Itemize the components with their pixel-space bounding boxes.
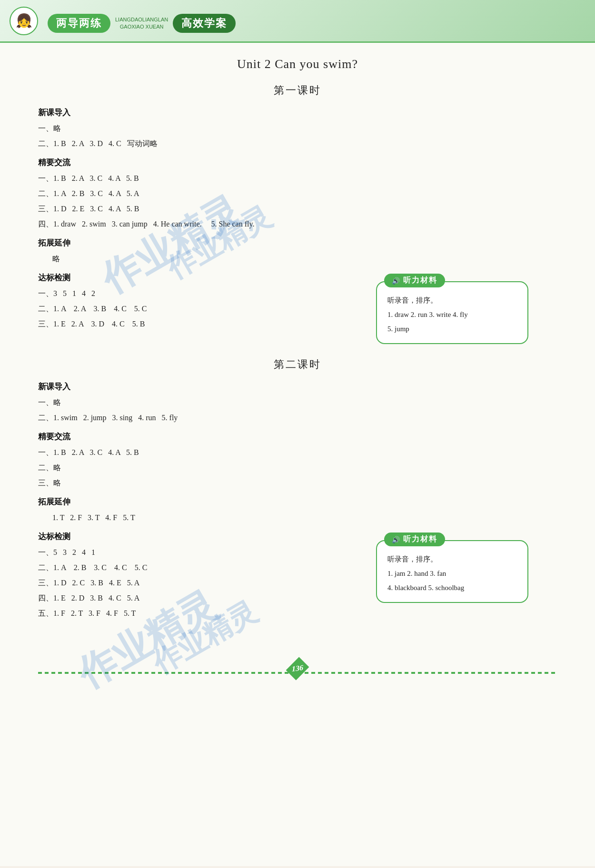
s2-sub2-line1: 一、1. B 2. A 3. C 4. A 5. B: [38, 445, 557, 460]
badge2: 高效学案: [173, 14, 236, 33]
s2-sub3-label: 拓展延伸: [38, 496, 557, 507]
footer: 136: [38, 654, 557, 682]
section1-title: 第一课时: [38, 83, 557, 98]
s2-sub3-line1: 1. T 2. F 3. T 4. F 5. T: [52, 510, 557, 525]
listening-box-1: 听力材料 听录音，排序。 1. draw 2. run 3. write 4. …: [376, 281, 528, 344]
s2-sub2-line3: 三、略: [38, 475, 557, 491]
s2-sub4-line5: 五、1. F 2. T 3. F 4. F 5. T: [38, 606, 557, 621]
page-number: 136: [291, 663, 304, 674]
s1-sub3-label: 拓展延伸: [38, 237, 557, 248]
s2-sub1-label: 新课导入: [38, 381, 557, 392]
s1-sub2-line3: 三、1. D 2. E 3. C 4. A 5. B: [38, 201, 557, 217]
s1-sub2-line1: 一、1. B 2. A 3. C 4. A 5. B: [38, 171, 557, 186]
header-titles: 两导两练 LIANGDAOLIANGLAN GAOXIAO XUEAN 高效学案: [48, 14, 236, 33]
s2-sub1-line2: 二、1. swim 2. jump 3. sing 4. run 5. fly: [38, 410, 557, 425]
s2-sub1-line1: 一、略: [38, 395, 557, 410]
s1-sub2-label: 精要交流: [38, 157, 557, 168]
s1-sub1-line2: 二、1. B 2. A 3. D 4. C 写动词略: [38, 136, 557, 151]
sub1: LIANGDAOLIANGLAN GAOXIAO XUEAN: [115, 16, 168, 30]
s1-sub2-line2: 二、1. A 2. B 3. C 4. A 5. A: [38, 186, 557, 201]
listening-box-2: 听力材料 听录音，排序。 1. jam 2. hand 3. fan 4. bl…: [376, 540, 528, 603]
badge1: 两导两练: [48, 14, 110, 33]
mascot-icon: 👧: [10, 7, 38, 35]
page-title: Unit 2 Can you swim?: [38, 57, 557, 71]
s1-sub3-line1: 略: [52, 251, 557, 266]
s1-sub1-label: 新课导入: [38, 107, 557, 118]
mascot: 👧: [10, 7, 43, 40]
s2-sub2-label: 精要交流: [38, 431, 557, 442]
s1-sub1-line1: 一、略: [38, 121, 557, 136]
listening-tag-1: 听力材料: [384, 274, 445, 287]
footer-diamond: 136: [286, 657, 309, 681]
main-content: 作业精灵 作业精灵 作业精灵 作业精灵 Unit 2 Can you swim?…: [0, 43, 595, 866]
listening-content-2: 听录音，排序。 1. jam 2. hand 3. fan 4. blackbo…: [387, 552, 517, 595]
listening-content-1: 听录音，排序。 1. draw 2. run 3. write 4. fly 5…: [387, 293, 517, 336]
header: 👧 两导两练 LIANGDAOLIANGLAN GAOXIAO XUEAN 高效…: [0, 0, 595, 43]
s2-sub2-line2: 二、略: [38, 460, 557, 475]
listening-tag-2: 听力材料: [384, 533, 445, 546]
section2-title: 第二课时: [38, 357, 557, 372]
s1-sub2-line4: 四、1. draw 2. swim 3. can jump 4. He can …: [38, 217, 557, 232]
